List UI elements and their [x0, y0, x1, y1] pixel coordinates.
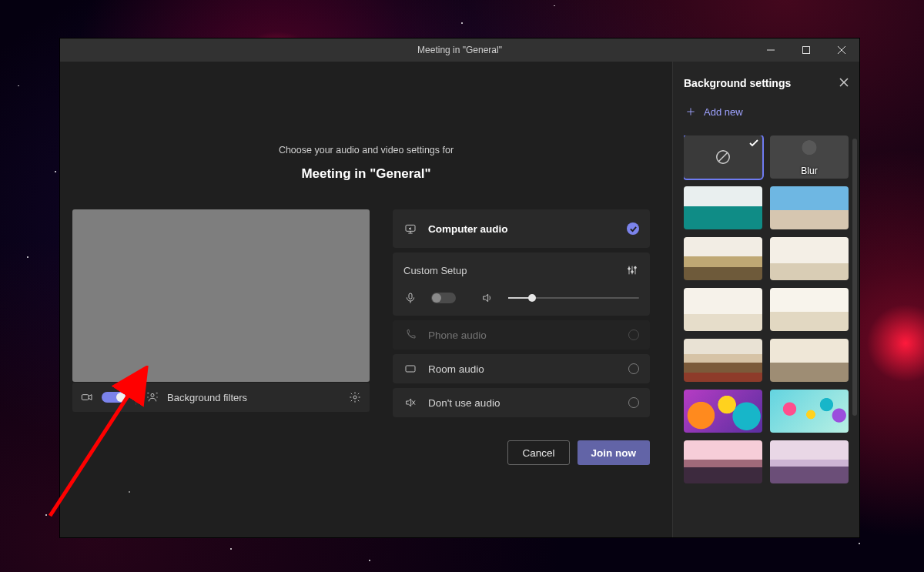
prejoin-window: Meeting in "General" Choose your audio a…	[59, 38, 860, 538]
background-tile[interactable]	[770, 186, 849, 229]
main-area: Choose your audio and video settings for…	[60, 62, 672, 537]
close-button[interactable]	[824, 38, 859, 62]
background-none-tile[interactable]	[684, 135, 762, 179]
phone-audio-option[interactable]: Phone audio	[393, 320, 650, 350]
no-audio-option[interactable]: Don't use audio	[393, 388, 650, 417]
background-effects-icon	[146, 390, 159, 404]
speaker-icon	[480, 291, 494, 305]
svg-point-17	[628, 268, 631, 270]
background-tile[interactable]	[770, 237, 849, 280]
svg-point-5	[151, 393, 154, 396]
background-tile[interactable]	[684, 339, 762, 382]
add-new-label: Add new	[704, 106, 743, 118]
background-tile[interactable]	[770, 440, 849, 483]
background-tile[interactable]	[684, 186, 762, 229]
background-filters-label: Background filters	[167, 392, 247, 403]
radio-unselected-icon	[628, 329, 639, 340]
phone-icon	[403, 328, 417, 342]
phone-audio-label: Phone audio	[428, 329, 487, 341]
selected-check-icon	[627, 222, 639, 235]
add-new-background-button[interactable]: Add new	[684, 105, 849, 119]
svg-point-18	[631, 271, 634, 273]
custom-setup-label: Custom Setup	[403, 265, 467, 276]
video-preview	[72, 209, 370, 382]
svg-rect-20	[409, 293, 412, 299]
room-audio-icon	[403, 362, 417, 376]
computer-audio-option[interactable]: Computer audio	[393, 209, 650, 248]
radio-unselected-icon	[628, 363, 639, 374]
svg-rect-4	[82, 395, 89, 400]
room-audio-option[interactable]: Room audio	[393, 354, 650, 383]
plus-icon	[684, 105, 698, 119]
video-controls-bar: Background filters	[72, 383, 370, 412]
room-audio-label: Room audio	[428, 363, 484, 375]
background-settings-panel: Background settings Add new Blur	[672, 62, 859, 537]
background-blur-tile[interactable]: Blur	[770, 135, 849, 179]
equalizer-icon[interactable]	[625, 263, 639, 277]
device-settings-button[interactable]	[348, 390, 362, 404]
scrollbar[interactable]	[852, 139, 857, 416]
background-filters-button[interactable]: Background filters	[146, 390, 339, 404]
background-settings-title: Background settings	[684, 77, 791, 89]
background-tile[interactable]	[770, 339, 849, 382]
background-tile[interactable]	[684, 390, 762, 433]
radio-unselected-icon	[628, 397, 639, 408]
no-audio-label: Don't use audio	[428, 397, 500, 409]
heading-subtitle: Choose your audio and video settings for	[72, 145, 660, 156]
microphone-icon	[403, 291, 417, 305]
blur-label: Blur	[801, 166, 817, 176]
audio-off-icon	[403, 396, 417, 410]
svg-line-30	[719, 153, 728, 162]
background-tile[interactable]	[684, 237, 762, 280]
custom-setup-panel: Custom Setup	[393, 253, 650, 316]
volume-slider[interactable]	[508, 297, 639, 299]
cancel-button[interactable]: Cancel	[507, 440, 569, 465]
computer-audio-icon	[403, 222, 417, 236]
heading-title: Meeting in "General"	[72, 166, 660, 182]
background-tile[interactable]	[770, 288, 849, 331]
svg-point-10	[353, 396, 357, 399]
svg-rect-22	[406, 366, 415, 372]
background-tile[interactable]	[684, 288, 762, 331]
close-panel-button[interactable]	[839, 77, 849, 89]
join-now-button[interactable]: Join now	[578, 440, 651, 465]
camera-toggle[interactable]	[102, 392, 126, 403]
computer-audio-label: Computer audio	[428, 223, 508, 235]
svg-point-19	[634, 266, 637, 269]
window-title: Meeting in "General"	[417, 45, 502, 55]
video-camera-icon	[80, 390, 94, 404]
svg-rect-1	[803, 47, 810, 54]
microphone-toggle[interactable]	[431, 293, 456, 303]
minimize-button[interactable]	[753, 38, 788, 62]
background-grid: Blur	[684, 135, 849, 483]
window-controls	[753, 38, 859, 62]
titlebar: Meeting in "General"	[60, 38, 859, 62]
maximize-button[interactable]	[788, 38, 824, 62]
background-tile[interactable]	[770, 390, 849, 433]
background-tile[interactable]	[684, 440, 762, 483]
